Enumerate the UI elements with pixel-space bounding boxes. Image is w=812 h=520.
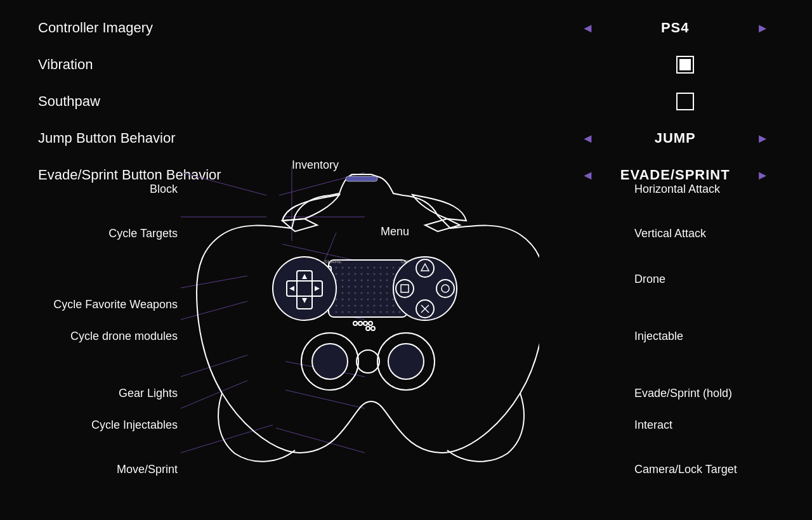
svg-point-54 (361, 286, 363, 288)
svg-point-35 (380, 273, 382, 275)
svg-point-30 (348, 273, 350, 275)
svg-point-21 (361, 267, 363, 269)
controller-image: Inventory Menu (184, 152, 539, 488)
svg-point-40 (342, 280, 344, 282)
svg-point-25 (386, 267, 388, 269)
svg-point-81 (393, 299, 395, 301)
svg-point-32 (361, 273, 363, 275)
svg-point-63 (348, 292, 350, 294)
southpaw-label: Southpaw (38, 93, 304, 110)
svg-point-102 (386, 311, 388, 313)
label-vertical: Vertical Attack (634, 227, 706, 240)
jump-next[interactable]: ► (751, 129, 774, 148)
svg-point-31 (355, 273, 357, 275)
svg-point-96 (348, 311, 350, 313)
svg-point-136 (366, 327, 370, 330)
jump-control: ◄ JUMP ► (576, 129, 774, 148)
svg-point-116 (393, 257, 457, 320)
svg-point-69 (386, 292, 388, 294)
svg-point-97 (355, 311, 357, 313)
label-cycle-drone: Cycle drone modules (70, 330, 178, 343)
svg-point-42 (355, 280, 357, 282)
svg-point-55 (367, 286, 369, 288)
controller-imagery-row: Controller Imagery ◄ PS4 ► (38, 13, 774, 43)
svg-point-62 (342, 292, 344, 294)
svg-point-79 (380, 299, 382, 301)
svg-point-44 (367, 280, 369, 282)
svg-point-128 (357, 350, 379, 373)
svg-point-37 (393, 273, 395, 275)
svg-point-109 (273, 257, 336, 320)
jump-row: Jump Button Behavior ◄ JUMP ► (38, 123, 774, 153)
svg-point-68 (380, 292, 382, 294)
controller-imagery-value: PS4 (612, 20, 738, 36)
svg-point-19 (348, 267, 350, 269)
svg-point-94 (336, 311, 337, 313)
svg-point-130 (388, 344, 424, 379)
label-injectable: Injectable (634, 330, 683, 343)
svg-point-95 (342, 311, 344, 313)
label-drone: Drone (634, 273, 665, 286)
svg-point-67 (374, 292, 376, 294)
svg-point-43 (361, 280, 363, 282)
label-move: Move/Sprint (117, 463, 178, 476)
controller-imagery-prev[interactable]: ◄ (576, 18, 599, 38)
label-block: Block (150, 183, 178, 196)
svg-point-18 (342, 267, 344, 269)
svg-point-91 (386, 305, 388, 307)
svg-point-127 (312, 344, 348, 379)
svg-rect-131 (346, 176, 377, 181)
controller-imagery-control: ◄ PS4 ► (576, 18, 774, 38)
svg-point-75 (355, 299, 357, 301)
vibration-row: Vibration (38, 49, 774, 80)
svg-point-84 (342, 305, 344, 307)
label-cycle-fav: Cycle Favorite Weapons (53, 298, 178, 311)
svg-point-74 (348, 299, 350, 301)
svg-point-90 (380, 305, 382, 307)
vibration-checkbox[interactable] (676, 56, 694, 74)
svg-point-58 (386, 286, 388, 288)
svg-point-132 (353, 322, 357, 325)
svg-point-100 (374, 311, 376, 313)
svg-point-46 (380, 280, 382, 282)
svg-point-65 (361, 292, 363, 294)
svg-point-78 (374, 299, 376, 301)
jump-value: JUMP (612, 130, 738, 146)
svg-point-22 (367, 267, 369, 269)
label-camera: Camera/Lock Target (634, 463, 737, 476)
svg-point-28 (336, 273, 337, 275)
svg-point-56 (374, 286, 376, 288)
svg-point-36 (386, 273, 388, 275)
controller-imagery-label: Controller Imagery (38, 20, 304, 36)
southpaw-checkbox[interactable] (676, 93, 694, 110)
svg-point-86 (355, 305, 357, 307)
southpaw-row: Southpaw (38, 86, 774, 117)
southpaw-control (596, 93, 774, 110)
svg-point-80 (386, 299, 388, 301)
svg-point-57 (380, 286, 382, 288)
svg-point-88 (367, 305, 369, 307)
svg-point-92 (393, 305, 395, 307)
vibration-label: Vibration (38, 56, 304, 73)
svg-point-135 (369, 322, 372, 325)
svg-point-103 (393, 311, 395, 313)
svg-point-104 (399, 311, 401, 313)
ps4-controller-svg: .ctrl { fill: none; stroke: #ffffff; str… (184, 152, 539, 469)
svg-point-17 (336, 267, 337, 269)
svg-point-72 (336, 299, 337, 301)
svg-point-20 (355, 267, 357, 269)
svg-point-77 (367, 299, 369, 301)
svg-point-89 (374, 305, 376, 307)
vibration-control (596, 56, 774, 74)
svg-point-87 (361, 305, 363, 307)
svg-point-29 (342, 273, 344, 275)
jump-prev[interactable]: ◄ (576, 129, 599, 148)
label-gear-lights: Gear Lights (119, 387, 178, 400)
svg-point-52 (348, 286, 350, 288)
svg-point-24 (380, 267, 382, 269)
svg-point-83 (336, 305, 337, 307)
svg-point-51 (342, 286, 344, 288)
svg-point-98 (361, 311, 363, 313)
svg-point-101 (380, 311, 382, 313)
controller-imagery-next[interactable]: ► (751, 18, 774, 38)
